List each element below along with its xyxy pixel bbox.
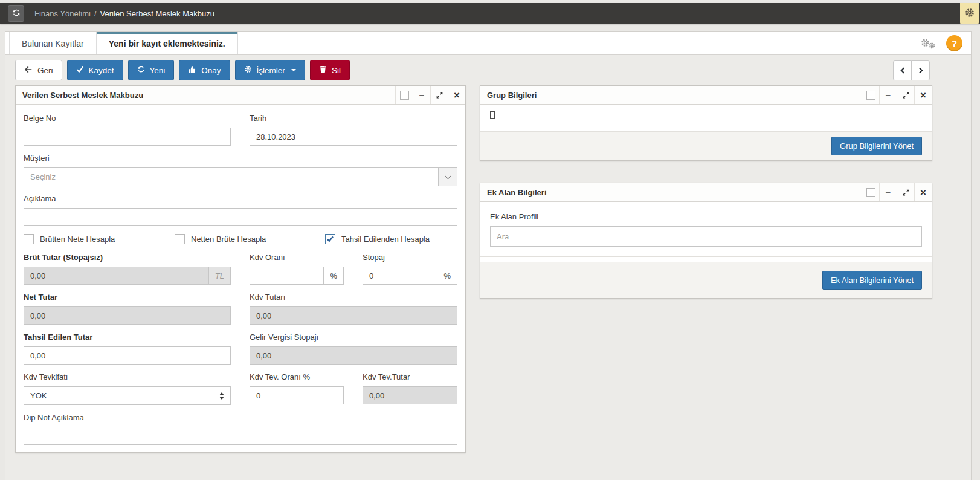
breadcrumb-parent[interactable]: Finans Yönetimi	[34, 9, 91, 18]
stopaj-group: %	[363, 267, 457, 285]
gears-icon[interactable]	[921, 37, 936, 50]
belge-no-label: Belge No	[24, 109, 231, 128]
group-panel-header: Grup Bilgileri − ×	[480, 86, 932, 105]
kdv-tevkifati-label: Kdv Tevkifatı	[24, 368, 231, 386]
tarih-input[interactable]	[250, 128, 457, 146]
form-panel: Verilen Serbest Meslek Makbuzu − × Belge…	[15, 85, 466, 453]
tab-bar-actions: ?	[921, 32, 971, 54]
actions-button[interactable]: İşlemler	[235, 60, 305, 80]
breadcrumb-separator: /	[94, 9, 97, 18]
actions-button-label: İşlemler	[257, 66, 285, 75]
manage-group-info-button[interactable]: Grup Bilgilerini Yönet	[831, 137, 922, 155]
group-panel-footer: Grup Bilgilerini Yönet	[480, 131, 932, 160]
widget-checkbox[interactable]	[862, 86, 879, 104]
widget-checkbox[interactable]	[862, 183, 879, 201]
musteri-select[interactable]: Seçiniz	[24, 167, 457, 186]
net-tutar-input	[24, 306, 231, 325]
back-button-label: Geri	[37, 66, 53, 75]
musteri-label: Müşteri	[24, 149, 457, 167]
chevron-down-icon[interactable]	[438, 168, 457, 186]
extra-fields-panel-tools: − ×	[862, 183, 932, 201]
kdv-tev-tutar-input	[363, 386, 457, 404]
record-pager	[893, 60, 930, 80]
kdv-tev-orani-label: Kdv Tev. Oranı %	[250, 368, 344, 386]
close-icon[interactable]: ×	[914, 183, 932, 201]
settings-button[interactable]	[960, 3, 979, 24]
new-button[interactable]: Yeni	[128, 60, 175, 80]
group-panel-tools: − ×	[862, 86, 932, 104]
calc-mode-checkboxes: Brütten Nete Hesapla Netten Brüte Hesapl…	[24, 234, 457, 244]
close-icon[interactable]: ×	[914, 86, 932, 104]
breadcrumb-current: Verilen Serbest Meslek Makbuzu	[100, 9, 214, 18]
form-panel-body: Belge No Tarih Müşteri Seçiniz	[16, 105, 465, 452]
collapse-icon[interactable]: −	[879, 183, 897, 201]
tahsil-edilenden-checkbox[interactable]: Tahsil Edilenden Hesapla	[325, 234, 457, 244]
check-icon	[76, 65, 84, 75]
tahsil-edilen-tutar-input[interactable]	[24, 346, 231, 365]
dip-not-input[interactable]	[24, 427, 457, 445]
save-button-label: Kaydet	[89, 66, 114, 75]
kdv-orani-group: %	[250, 267, 344, 285]
ek-alan-profili-search-input[interactable]	[490, 226, 922, 247]
prev-record-button[interactable]	[893, 60, 912, 80]
trash-icon	[319, 65, 327, 75]
refresh-button[interactable]	[8, 5, 24, 22]
aciklama-input[interactable]	[24, 208, 457, 226]
kdv-tev-orani-input[interactable]	[250, 386, 344, 404]
extra-fields-panel-header: Ek Alan Bilgileri − ×	[480, 183, 932, 202]
form-panel-tools: − ×	[395, 86, 465, 104]
tab-found-records-label: Bulunan Kayıtlar	[22, 39, 84, 48]
tahsil-edilen-tutar-label: Tahsil Edilen Tutar	[24, 328, 231, 346]
widget-checkbox[interactable]	[395, 86, 413, 104]
expand-icon[interactable]	[897, 86, 914, 104]
checkbox-icon	[24, 234, 34, 244]
back-button[interactable]: Geri	[15, 60, 62, 80]
kdv-orani-input[interactable]	[250, 267, 323, 285]
tab-bar: Bulunan Kayıtlar Yeni bir kayıt eklemekt…	[5, 32, 971, 55]
kdv-tutari-label: Kdv Tutarı	[250, 288, 457, 306]
next-record-button[interactable]	[911, 60, 930, 80]
group-panel-title: Grup Bilgileri	[480, 91, 537, 100]
breadcrumb: Finans Yönetimi / Verilen Serbest Meslek…	[34, 9, 214, 18]
expand-icon[interactable]	[430, 86, 448, 104]
save-button[interactable]: Kaydet	[67, 60, 123, 80]
missing-glyph-icon	[490, 111, 495, 119]
tab-new-record[interactable]: Yeni bir kayıt eklemektesiniz.	[97, 32, 238, 54]
form-panel-header: Verilen Serbest Meslek Makbuzu − ×	[16, 86, 465, 105]
panels-row: Verilen Serbest Meslek Makbuzu − × Belge…	[15, 85, 961, 453]
delete-button[interactable]: Sil	[310, 60, 350, 80]
arrow-left-icon	[24, 65, 33, 76]
manage-extra-fields-button[interactable]: Ek Alan Bilgilerini Yönet	[822, 271, 922, 290]
tab-new-record-label: Yeni bir kayıt eklemektesiniz.	[109, 39, 225, 48]
gear-icon	[965, 8, 975, 20]
caret-down-icon	[291, 69, 296, 71]
approve-button[interactable]: Onay	[179, 60, 230, 80]
brut-tutar-label: Brüt Tutar (Stopajsız)	[24, 248, 231, 267]
tab-found-records[interactable]: Bulunan Kayıtlar	[9, 32, 97, 54]
brutten-nete-checkbox[interactable]: Brütten Nete Hesapla	[24, 234, 175, 244]
stopaj-input[interactable]	[363, 267, 437, 285]
belge-no-input[interactable]	[24, 128, 231, 146]
help-icon[interactable]: ?	[946, 35, 962, 51]
brut-tutar-group: TL	[24, 267, 231, 285]
net-tutar-label: Net Tutar	[24, 288, 231, 306]
close-icon[interactable]: ×	[448, 86, 465, 104]
collapse-icon[interactable]: −	[879, 86, 897, 104]
checkbox-icon	[175, 234, 185, 244]
kdv-orani-label: Kdv Oranı	[250, 248, 344, 267]
approve-button-label: Onay	[201, 66, 221, 75]
collapse-icon[interactable]: −	[413, 86, 430, 104]
kdv-tevkifati-select[interactable]: YOK	[24, 386, 231, 405]
tarih-label: Tarih	[250, 109, 457, 128]
currency-addon: TL	[208, 267, 231, 285]
chevron-left-icon	[900, 67, 906, 73]
divider	[480, 256, 932, 262]
group-panel: Grup Bilgileri − ×	[480, 85, 932, 161]
netten-brute-checkbox[interactable]: Netten Brüte Hesapla	[175, 234, 325, 244]
chevron-right-icon	[917, 67, 923, 73]
thumbs-up-icon	[188, 65, 196, 76]
expand-icon[interactable]	[897, 183, 914, 201]
delete-button-label: Sil	[332, 66, 341, 75]
right-column: Grup Bilgileri − ×	[480, 85, 932, 299]
extra-fields-panel-footer: Ek Alan Bilgilerini Yönet	[480, 262, 932, 298]
